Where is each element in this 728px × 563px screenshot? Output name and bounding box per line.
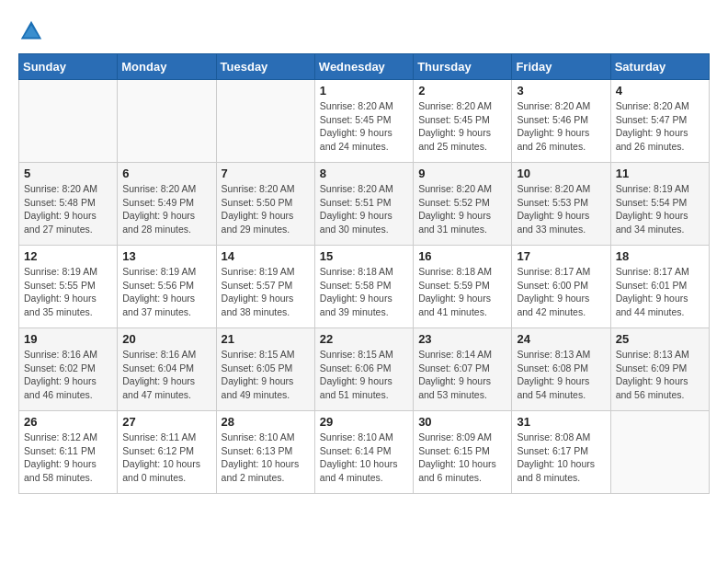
day-info: Sunrise: 8:11 AMSunset: 6:12 PMDaylight:… [122, 431, 210, 485]
day-number: 28 [222, 415, 310, 429]
calendar-cell: 11Sunrise: 8:19 AMSunset: 5:54 PMDayligh… [610, 163, 709, 246]
day-number: 3 [517, 84, 605, 98]
day-info: Sunrise: 8:19 AMSunset: 5:56 PMDaylight:… [122, 265, 210, 319]
calendar-cell: 18Sunrise: 8:17 AMSunset: 6:01 PMDayligh… [610, 246, 709, 328]
calendar-cell: 13Sunrise: 8:19 AMSunset: 5:56 PMDayligh… [118, 246, 216, 328]
day-info: Sunrise: 8:17 AMSunset: 6:00 PMDaylight:… [517, 265, 605, 319]
calendar-week-row: 1Sunrise: 8:20 AMSunset: 5:45 PMDaylight… [19, 80, 710, 163]
day-info: Sunrise: 8:19 AMSunset: 5:57 PMDaylight:… [222, 265, 310, 319]
day-of-week-header: Saturday [610, 54, 709, 80]
day-number: 26 [24, 415, 112, 429]
calendar-cell: 28Sunrise: 8:10 AMSunset: 6:13 PMDayligh… [216, 411, 314, 494]
day-info: Sunrise: 8:19 AMSunset: 5:55 PMDaylight:… [24, 265, 112, 319]
day-number: 14 [222, 249, 310, 263]
day-info: Sunrise: 8:20 AMSunset: 5:45 PMDaylight:… [418, 99, 506, 154]
calendar-cell: 2Sunrise: 8:20 AMSunset: 5:45 PMDaylight… [414, 80, 512, 163]
calendar-cell: 17Sunrise: 8:17 AMSunset: 6:00 PMDayligh… [512, 246, 610, 328]
calendar-cell: 3Sunrise: 8:20 AMSunset: 5:46 PMDaylight… [512, 80, 610, 163]
day-info: Sunrise: 8:15 AMSunset: 6:06 PMDaylight:… [320, 348, 408, 402]
day-number: 19 [24, 332, 112, 346]
day-of-week-header: Friday [512, 54, 610, 80]
day-number: 23 [418, 332, 506, 346]
calendar-week-row: 19Sunrise: 8:16 AMSunset: 6:02 PMDayligh… [19, 328, 710, 411]
day-number: 9 [418, 167, 506, 180]
calendar-cell: 1Sunrise: 8:20 AMSunset: 5:45 PMDaylight… [314, 80, 413, 163]
day-of-week-header: Wednesday [314, 54, 413, 80]
day-of-week-header: Thursday [414, 54, 512, 80]
day-of-week-header: Sunday [19, 54, 118, 80]
day-number: 8 [320, 167, 408, 180]
day-number: 15 [320, 249, 408, 263]
day-info: Sunrise: 8:20 AMSunset: 5:49 PMDaylight:… [122, 182, 210, 236]
day-info: Sunrise: 8:16 AMSunset: 6:02 PMDaylight:… [24, 348, 112, 402]
day-number: 5 [24, 167, 112, 180]
calendar-cell: 24Sunrise: 8:13 AMSunset: 6:08 PMDayligh… [512, 328, 610, 411]
calendar-cell: 30Sunrise: 8:09 AMSunset: 6:15 PMDayligh… [414, 411, 512, 494]
calendar-cell: 29Sunrise: 8:10 AMSunset: 6:14 PMDayligh… [314, 411, 413, 494]
calendar-cell: 31Sunrise: 8:08 AMSunset: 6:17 PMDayligh… [512, 411, 610, 494]
day-info: Sunrise: 8:09 AMSunset: 6:15 PMDaylight:… [418, 431, 506, 485]
day-of-week-header: Monday [118, 54, 216, 80]
calendar-cell [118, 80, 216, 163]
day-info: Sunrise: 8:20 AMSunset: 5:50 PMDaylight:… [222, 182, 310, 236]
day-info: Sunrise: 8:15 AMSunset: 6:05 PMDaylight:… [222, 348, 310, 402]
day-number: 29 [320, 415, 408, 429]
logo [18, 18, 48, 44]
calendar-header: SundayMondayTuesdayWednesdayThursdayFrid… [19, 54, 710, 80]
calendar-cell: 22Sunrise: 8:15 AMSunset: 6:06 PMDayligh… [314, 328, 413, 411]
day-number: 11 [616, 167, 704, 180]
calendar-week-row: 26Sunrise: 8:12 AMSunset: 6:11 PMDayligh… [19, 411, 710, 494]
day-number: 21 [222, 332, 310, 346]
calendar-cell: 5Sunrise: 8:20 AMSunset: 5:48 PMDaylight… [19, 163, 118, 246]
day-info: Sunrise: 8:20 AMSunset: 5:45 PMDaylight:… [320, 99, 408, 154]
calendar-cell: 7Sunrise: 8:20 AMSunset: 5:50 PMDaylight… [216, 163, 314, 246]
calendar-cell: 26Sunrise: 8:12 AMSunset: 6:11 PMDayligh… [19, 411, 118, 494]
calendar-cell: 20Sunrise: 8:16 AMSunset: 6:04 PMDayligh… [118, 328, 216, 411]
calendar-cell [216, 80, 314, 163]
calendar-cell: 6Sunrise: 8:20 AMSunset: 5:49 PMDaylight… [118, 163, 216, 246]
calendar-cell [19, 80, 118, 163]
calendar-cell: 4Sunrise: 8:20 AMSunset: 5:47 PMDaylight… [610, 80, 709, 163]
calendar-cell: 9Sunrise: 8:20 AMSunset: 5:52 PMDaylight… [414, 163, 512, 246]
day-number: 22 [320, 332, 408, 346]
calendar-cell: 10Sunrise: 8:20 AMSunset: 5:53 PMDayligh… [512, 163, 610, 246]
day-info: Sunrise: 8:19 AMSunset: 5:54 PMDaylight:… [616, 182, 704, 236]
calendar-cell: 14Sunrise: 8:19 AMSunset: 5:57 PMDayligh… [216, 246, 314, 328]
days-of-week-row: SundayMondayTuesdayWednesdayThursdayFrid… [19, 54, 710, 80]
calendar-body: 1Sunrise: 8:20 AMSunset: 5:45 PMDaylight… [19, 80, 710, 494]
page-header [18, 18, 710, 44]
day-info: Sunrise: 8:20 AMSunset: 5:48 PMDaylight:… [24, 182, 112, 236]
day-number: 30 [418, 415, 506, 429]
day-number: 31 [517, 415, 605, 429]
day-number: 10 [517, 167, 605, 180]
day-number: 24 [517, 332, 605, 346]
calendar-cell: 12Sunrise: 8:19 AMSunset: 5:55 PMDayligh… [19, 246, 118, 328]
day-number: 18 [616, 249, 704, 263]
calendar-week-row: 5Sunrise: 8:20 AMSunset: 5:48 PMDaylight… [19, 163, 710, 246]
day-info: Sunrise: 8:18 AMSunset: 5:58 PMDaylight:… [320, 265, 408, 319]
calendar-cell [610, 411, 709, 494]
calendar-table: SundayMondayTuesdayWednesdayThursdayFrid… [18, 53, 710, 494]
day-number: 7 [222, 167, 310, 180]
calendar-cell: 19Sunrise: 8:16 AMSunset: 6:02 PMDayligh… [19, 328, 118, 411]
calendar-cell: 15Sunrise: 8:18 AMSunset: 5:58 PMDayligh… [314, 246, 413, 328]
calendar-cell: 8Sunrise: 8:20 AMSunset: 5:51 PMDaylight… [314, 163, 413, 246]
day-info: Sunrise: 8:16 AMSunset: 6:04 PMDaylight:… [122, 348, 210, 402]
day-number: 1 [320, 84, 408, 98]
calendar-cell: 23Sunrise: 8:14 AMSunset: 6:07 PMDayligh… [414, 328, 512, 411]
day-info: Sunrise: 8:20 AMSunset: 5:52 PMDaylight:… [418, 182, 506, 236]
day-number: 13 [122, 249, 210, 263]
day-info: Sunrise: 8:20 AMSunset: 5:53 PMDaylight:… [517, 182, 605, 236]
day-info: Sunrise: 8:10 AMSunset: 6:14 PMDaylight:… [320, 431, 408, 485]
day-number: 17 [517, 249, 605, 263]
day-number: 16 [418, 249, 506, 263]
day-info: Sunrise: 8:14 AMSunset: 6:07 PMDaylight:… [418, 348, 506, 402]
day-number: 4 [616, 84, 704, 98]
day-info: Sunrise: 8:20 AMSunset: 5:46 PMDaylight:… [517, 99, 605, 154]
day-of-week-header: Tuesday [216, 54, 314, 80]
day-number: 20 [122, 332, 210, 346]
calendar-cell: 16Sunrise: 8:18 AMSunset: 5:59 PMDayligh… [414, 246, 512, 328]
day-number: 25 [616, 332, 704, 346]
day-number: 27 [122, 415, 210, 429]
day-info: Sunrise: 8:18 AMSunset: 5:59 PMDaylight:… [418, 265, 506, 319]
